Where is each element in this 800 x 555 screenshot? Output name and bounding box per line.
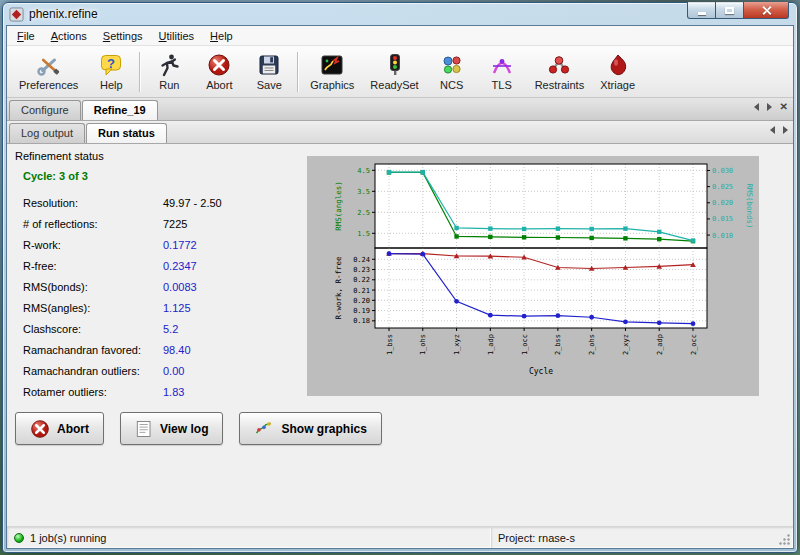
svg-text:0.24: 0.24	[353, 256, 370, 264]
svg-text:0.21: 0.21	[353, 287, 370, 295]
toolbar-button-save[interactable]: Save	[244, 49, 294, 95]
toolbar-button-restraints[interactable]: Restraints	[527, 49, 593, 95]
job-status-led-icon	[14, 533, 24, 543]
menubar: File Actions Settings Utilities Help	[7, 26, 793, 46]
menu-actions[interactable]: Actions	[43, 27, 95, 45]
graphics-plot-icon	[254, 419, 274, 439]
svg-text:2_xyz: 2_xyz	[622, 334, 630, 355]
svg-text:1_xyz: 1_xyz	[453, 334, 461, 355]
stat-row: RMS(angles):1.125	[23, 297, 293, 318]
svg-text:1.5: 1.5	[357, 230, 370, 238]
show-graphics-button-label: Show graphics	[281, 422, 366, 436]
stat-row: Clashscore:5.2	[23, 318, 293, 339]
subtab-run-status[interactable]: Run status	[86, 123, 167, 143]
view-log-button[interactable]: View log	[120, 412, 223, 445]
svg-text:2_adp: 2_adp	[656, 334, 664, 355]
subtab-scroll-right-icon[interactable]	[783, 126, 788, 134]
run-icon	[157, 51, 181, 79]
stat-label: Rotamer outliers:	[23, 386, 163, 398]
stat-value: 98.40	[163, 344, 191, 356]
toolbar-button-run[interactable]: Run	[144, 49, 194, 95]
show-graphics-button[interactable]: Show graphics	[239, 412, 381, 445]
stat-value: 0.0083	[163, 281, 197, 293]
stat-label: R-free:	[23, 260, 163, 272]
toolbar-button-xtriage[interactable]: Xtriage	[592, 49, 643, 95]
xtriage-icon	[606, 51, 630, 79]
window-body: File Actions Settings Utilities Help Pre…	[6, 25, 794, 549]
restraints-icon	[547, 51, 571, 79]
stat-row: R-free:0.2347	[23, 255, 293, 276]
svg-text:0.020: 0.020	[712, 199, 733, 207]
maximize-button[interactable]	[716, 2, 744, 19]
stat-row: Resolution:49.97 - 2.50	[23, 192, 293, 213]
stat-label: Ramachandran outliers:	[23, 365, 163, 377]
svg-text:2.5: 2.5	[357, 209, 370, 217]
ncs-icon	[440, 51, 464, 79]
toolbar-button-graphics[interactable]: Graphics	[302, 49, 362, 95]
tab-configure[interactable]: Configure	[9, 100, 81, 120]
app-window: phenix.refine File Actions Settings Util…	[2, 2, 798, 553]
svg-text:1_occ: 1_occ	[521, 334, 529, 355]
svg-text:0.010: 0.010	[712, 232, 733, 240]
stat-label: RMS(bonds):	[23, 281, 163, 293]
svg-text:0.030: 0.030	[712, 167, 733, 175]
minimize-button[interactable]	[687, 2, 716, 19]
close-button[interactable]	[744, 2, 789, 19]
toolbar-button-preferences[interactable]: Preferences	[11, 49, 86, 95]
svg-text:2_ohs: 2_ohs	[588, 334, 596, 355]
stat-row: Ramachandran outliers:0.00	[23, 360, 293, 381]
menu-file[interactable]: File	[9, 27, 43, 45]
menu-utilities[interactable]: Utilities	[151, 27, 202, 45]
maximize-icon	[725, 7, 734, 14]
subtab-log-output[interactable]: Log output	[9, 123, 85, 143]
stat-label: # of reflections:	[23, 218, 163, 230]
toolbar-button-ncs[interactable]: NCS	[427, 49, 477, 95]
tab-scroll-right-icon[interactable]	[767, 103, 772, 111]
stat-value: 1.83	[163, 386, 184, 398]
run-status-panel: Refinement status Cycle: 3 of 3 Resoluti…	[7, 144, 793, 526]
statistics-list: Resolution:49.97 - 2.50 # of reflections…	[23, 192, 293, 402]
stat-value: 49.97 - 2.50	[163, 197, 222, 209]
subtab-scroll-left-icon[interactable]	[770, 126, 775, 134]
svg-text:1_bss: 1_bss	[386, 334, 394, 355]
app-icon	[9, 7, 24, 22]
titlebar[interactable]: phenix.refine	[3, 3, 797, 25]
svg-text:0.015: 0.015	[712, 215, 733, 223]
toolbar: Preferences ? Help	[7, 46, 793, 98]
stat-row: # of reflections:7225	[23, 213, 293, 234]
stat-value: 0.1772	[163, 239, 197, 251]
abort-icon	[30, 419, 50, 439]
svg-text:0.025: 0.025	[712, 183, 733, 191]
resize-grip[interactable]	[778, 533, 791, 546]
close-icon	[761, 5, 772, 16]
stat-row: R-work:0.1772	[23, 234, 293, 255]
svg-text:RMS(angles): RMS(angles)	[334, 181, 343, 231]
tab-refine-19[interactable]: Refine_19	[82, 100, 158, 120]
minimize-icon	[698, 12, 706, 15]
stat-row: Ramachandran favored:98.40	[23, 339, 293, 360]
menu-settings[interactable]: Settings	[95, 27, 151, 45]
toolbar-button-readyset[interactable]: ReadySet	[362, 49, 426, 95]
toolbar-button-abort[interactable]: Abort	[194, 49, 244, 95]
menu-help[interactable]: Help	[202, 27, 241, 45]
toolbar-separator	[139, 52, 141, 92]
svg-text:1_adp: 1_adp	[487, 334, 495, 355]
statusbar: 1 job(s) running Project: rnase-s	[7, 526, 793, 548]
toolbar-button-tls[interactable]: TLS	[477, 49, 527, 95]
stat-label: RMS(angles):	[23, 302, 163, 314]
stat-value: 7225	[163, 218, 187, 230]
tab-scroll-left-icon[interactable]	[754, 103, 759, 111]
stat-label: Ramachandran favored:	[23, 344, 163, 356]
svg-text:R-work, R-free: R-work, R-free	[334, 256, 343, 320]
stat-value: 1.125	[163, 302, 191, 314]
svg-text:1_ohs: 1_ohs	[419, 334, 427, 355]
tab-close-icon[interactable]: ✕	[780, 103, 788, 111]
svg-text:2_bss: 2_bss	[554, 334, 562, 355]
toolbar-button-help[interactable]: ? Help	[86, 49, 136, 95]
abort-button[interactable]: Abort	[15, 412, 104, 445]
stat-label: Clashscore:	[23, 323, 163, 335]
abort-icon	[207, 51, 231, 79]
svg-text:3.5: 3.5	[357, 188, 370, 196]
abort-button-label: Abort	[57, 422, 89, 436]
stat-row: Rotamer outliers:1.83	[23, 381, 293, 402]
